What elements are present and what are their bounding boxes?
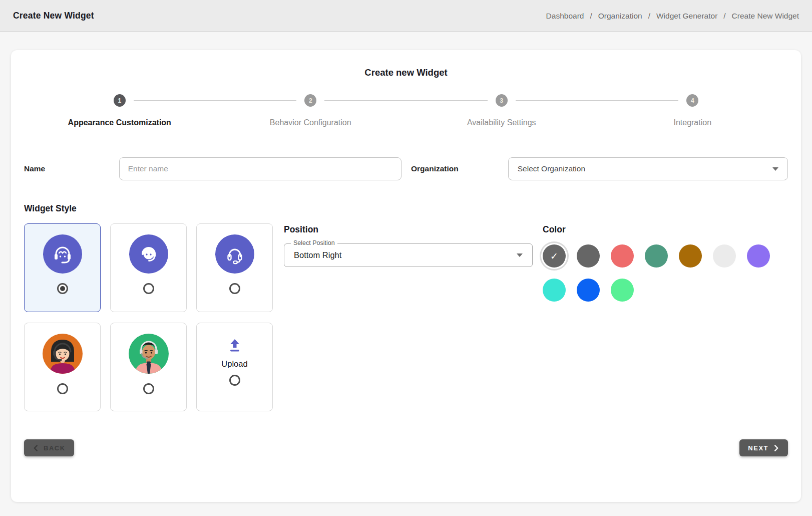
female-agent-avatar (43, 334, 83, 374)
main-area: Create new Widget 1 Appearance Customiza… (0, 32, 812, 502)
breadcrumb-create-new-widget: Create New Widget (732, 12, 799, 21)
style-option-agent-headset[interactable] (24, 223, 101, 312)
widget-style-heading: Widget Style (24, 203, 788, 214)
style-radio[interactable] (143, 383, 154, 394)
step-label: Appearance Customization (68, 118, 171, 127)
step-behavior-configuration[interactable]: 2 Behavior Configuration (215, 94, 407, 127)
agent-face-filled-icon (129, 234, 168, 274)
breadcrumb: Dashboard / Organization / Widget Genera… (546, 12, 799, 21)
color-swatch-blue[interactable] (577, 279, 600, 302)
organization-select-value: Select Organization (518, 164, 585, 173)
widget-style-grid: Upload (24, 223, 274, 411)
color-heading: Color (543, 224, 788, 235)
color-swatch-light-gray[interactable] (713, 244, 736, 268)
style-radio[interactable] (57, 283, 68, 294)
step-label: Availability Settings (467, 118, 536, 127)
name-organization-row: Name Organization Select Organization (24, 157, 788, 180)
position-select[interactable]: Select Position Bottom Right (284, 243, 533, 267)
step-integration[interactable]: 4 Integration (597, 94, 788, 127)
wizard-card: Create new Widget 1 Appearance Customiza… (11, 50, 801, 502)
back-button[interactable]: BACK (24, 439, 74, 456)
widget-style-options: Upload (24, 214, 274, 411)
style-option-agent-face[interactable] (110, 223, 187, 312)
color-swatch-green[interactable] (611, 279, 634, 302)
agent-headset-outline-icon (43, 234, 82, 274)
position-select-value: Bottom Right (294, 250, 341, 260)
position-heading: Position (284, 224, 533, 235)
step-availability-settings[interactable]: 3 Availability Settings (406, 94, 597, 127)
breadcrumb-separator: / (723, 12, 725, 21)
next-button[interactable]: NEXT (739, 439, 788, 456)
wizard-title: Create new Widget (24, 50, 788, 78)
page-title: Create New Widget (13, 11, 94, 21)
step-number-badge: 3 (496, 94, 508, 107)
step-number-badge: 4 (686, 94, 698, 107)
chevron-down-icon (517, 253, 523, 257)
position-section: Position Select Position Bottom Right (284, 214, 533, 267)
color-swatch-brown[interactable] (679, 244, 702, 268)
name-label: Name (24, 164, 119, 173)
upload-icon (226, 338, 243, 354)
color-swatch-dark-gray-selected[interactable]: ✓ (543, 244, 566, 268)
chevron-down-icon (772, 167, 778, 171)
style-option-male-agent[interactable] (110, 323, 187, 411)
name-input[interactable] (119, 157, 401, 180)
color-swatch-dark-gray[interactable] (577, 244, 600, 268)
color-section: Color ✓ (543, 214, 788, 302)
style-radio[interactable] (229, 375, 240, 386)
color-swatch-teal-green[interactable] (645, 244, 668, 268)
step-label: Integration (673, 118, 711, 127)
check-icon: ✓ (550, 251, 558, 261)
breadcrumb-separator: / (590, 12, 592, 21)
breadcrumb-separator: / (648, 12, 650, 21)
breadcrumb-widget-generator[interactable]: Widget Generator (656, 12, 717, 21)
organization-label: Organization (411, 164, 508, 173)
chevron-right-icon (773, 445, 779, 451)
style-option-upload[interactable]: Upload (196, 323, 273, 411)
style-option-female-agent[interactable] (24, 323, 101, 411)
style-position-color-row: Upload Position Select Position Bottom R… (24, 214, 788, 411)
chevron-left-icon (33, 445, 39, 451)
style-radio[interactable] (229, 283, 240, 294)
style-radio[interactable] (57, 383, 68, 394)
style-radio[interactable] (143, 283, 154, 294)
headset-outline-icon (215, 234, 254, 274)
upload-option-label: Upload (221, 359, 247, 369)
color-swatch-red[interactable] (611, 244, 634, 268)
step-number-badge: 2 (304, 94, 316, 107)
top-bar: Create New Widget Dashboard / Organizati… (0, 0, 812, 32)
color-swatch-turquoise[interactable] (543, 279, 566, 302)
breadcrumb-dashboard[interactable]: Dashboard (546, 12, 584, 21)
male-agent-avatar (129, 334, 169, 374)
color-swatch-purple[interactable] (747, 244, 770, 268)
wizard-nav-buttons: BACK NEXT (24, 439, 788, 456)
step-label: Behavior Configuration (270, 118, 351, 127)
position-select-label: Select Position (291, 239, 337, 246)
step-number-badge: 1 (114, 94, 126, 107)
organization-select[interactable]: Select Organization (508, 157, 788, 180)
breadcrumb-organization[interactable]: Organization (598, 12, 642, 21)
next-button-label: NEXT (748, 444, 768, 452)
color-swatches: ✓ (543, 244, 782, 302)
wizard-stepper: 1 Appearance Customization 2 Behavior Co… (24, 94, 788, 127)
style-option-headset[interactable] (196, 223, 273, 312)
back-button-label: BACK (44, 444, 66, 452)
step-appearance-customization[interactable]: 1 Appearance Customization (24, 94, 215, 127)
